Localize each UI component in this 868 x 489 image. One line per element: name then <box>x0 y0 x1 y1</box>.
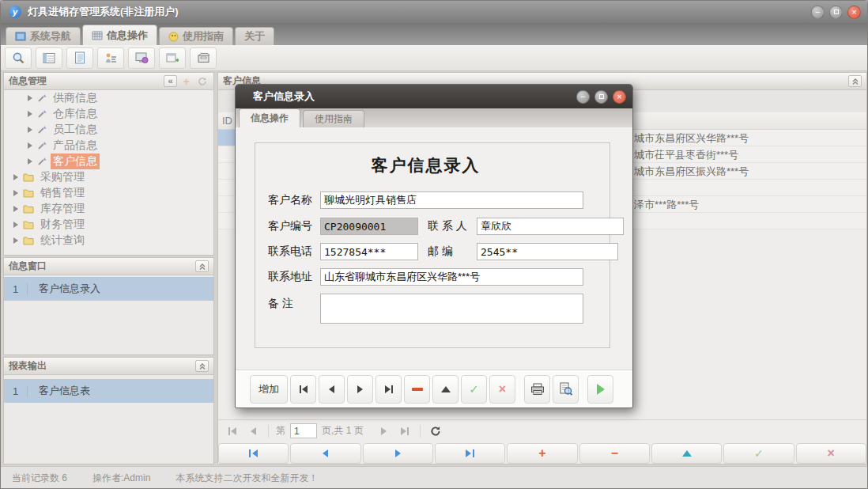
tree-item-warehouse-info[interactable]: 仓库信息 <box>4 106 213 122</box>
expander-icon[interactable] <box>13 190 18 196</box>
window-add-button[interactable] <box>159 47 186 69</box>
nav-next-button[interactable] <box>363 443 433 464</box>
add-panel-button[interactable]: + <box>179 75 193 87</box>
phone-field[interactable] <box>320 243 418 260</box>
employee-button[interactable] <box>97 47 124 69</box>
dialog-tab-user-guide[interactable]: 使用指南 <box>303 110 364 127</box>
data-table-button[interactable] <box>36 47 62 69</box>
tab-user-guide[interactable]: 使用指南 <box>159 27 233 45</box>
system-note-label: 本系统支持二次开发和全新开发！ <box>175 472 318 485</box>
dialog-minimize-button[interactable]: − <box>576 90 590 104</box>
tree-item-label: 财务管理 <box>38 217 87 233</box>
remark-field[interactable] <box>320 294 583 324</box>
tree-item-supplier-info[interactable]: 供商信息 <box>4 90 213 106</box>
folder-icon <box>23 204 34 214</box>
expander-icon[interactable] <box>13 222 18 228</box>
tree-item-employee-info[interactable]: 员工信息 <box>4 122 213 138</box>
prev-page-button[interactable] <box>245 423 261 439</box>
customer-name-field[interactable] <box>320 191 583 209</box>
first-record-button[interactable] <box>290 375 316 404</box>
print-preview-button[interactable] <box>553 375 579 404</box>
monitor-globe-icon <box>135 51 149 64</box>
dialog-title: 客户信息录入 <box>253 89 576 104</box>
nav-add-button[interactable]: + <box>507 443 577 464</box>
edit-record-button[interactable] <box>432 375 459 404</box>
tree-item-label: 供商信息 <box>51 90 100 106</box>
address-field[interactable] <box>320 268 583 286</box>
last-page-button[interactable] <box>397 423 413 439</box>
archive-button[interactable] <box>190 47 217 69</box>
tree-item-customer-info[interactable]: 客户信息 <box>4 154 213 169</box>
contact-person-field[interactable] <box>477 218 624 235</box>
tree-item-label: 员工信息 <box>51 122 100 138</box>
zip-field[interactable] <box>477 243 618 260</box>
monitor-button[interactable] <box>128 47 155 69</box>
folder-icon <box>23 236 34 245</box>
info-window-item-customer-entry[interactable]: 1 客户信息录入 <box>4 277 213 301</box>
grid-cell-address[interactable]: 城市茌平县枣香街***号 <box>634 148 768 162</box>
minimize-button[interactable]: − <box>811 6 825 19</box>
prev-record-button[interactable] <box>319 375 345 404</box>
add-record-button[interactable]: 增加 <box>250 375 288 404</box>
nav-delete-button[interactable]: − <box>579 443 650 464</box>
tree-item-purchase-mgmt[interactable]: 采购管理 <box>4 169 213 185</box>
tree-item-inventory-mgmt[interactable]: 库存管理 <box>4 201 213 217</box>
tab-about[interactable]: 关于 <box>235 27 274 45</box>
nav-cancel-button[interactable]: × <box>796 443 866 464</box>
maximize-button[interactable] <box>829 6 843 19</box>
expander-icon[interactable] <box>28 111 32 117</box>
form-heading: 客户信息录入 <box>268 154 583 177</box>
table-icon <box>43 52 55 64</box>
page-number-input[interactable] <box>290 423 317 438</box>
tab-system-nav[interactable]: 系统导航 <box>6 27 81 45</box>
delete-record-button[interactable] <box>404 375 430 404</box>
expander-icon[interactable] <box>28 127 32 133</box>
expander-icon[interactable] <box>28 158 32 165</box>
tree-item-finance-mgmt[interactable]: 财务管理 <box>4 217 213 233</box>
refresh-grid-button[interactable] <box>428 423 443 439</box>
check-icon: ✓ <box>469 382 479 396</box>
refresh-panel-button[interactable] <box>195 75 209 87</box>
tree-item-label: 销售管理 <box>38 185 87 201</box>
tree-item-statistics-query[interactable]: 统计查询 <box>4 233 213 248</box>
dialog-tab-info-operation[interactable]: 信息操作 <box>239 108 300 127</box>
nav-prev-button[interactable] <box>290 443 360 464</box>
expander-icon[interactable] <box>28 142 32 149</box>
execute-button[interactable] <box>587 375 613 404</box>
last-record-button[interactable] <box>376 375 402 404</box>
cancel-record-button[interactable]: × <box>489 375 515 404</box>
grid-cell-address[interactable]: 泽市***路***号 <box>634 198 768 212</box>
search-button[interactable] <box>5 47 32 69</box>
expander-icon[interactable] <box>28 95 32 101</box>
tree-item-sales-mgmt[interactable]: 销售管理 <box>4 185 213 201</box>
next-record-button[interactable] <box>347 375 373 404</box>
collapse-info-window-button[interactable] <box>195 260 209 272</box>
next-page-button[interactable] <box>376 423 392 439</box>
customer-entry-dialog: 客户信息录入 − × 信息操作 使用指南 客户信息录入 客户名称 客户编号 <box>235 84 633 408</box>
printer-icon <box>530 383 545 396</box>
tree-item-product-info[interactable]: 产品信息 <box>4 138 213 154</box>
collapse-sidebar-button[interactable]: « <box>164 75 177 87</box>
grid-cell-address[interactable]: 城市东昌府区兴华路***号 <box>634 131 768 146</box>
grid-cell-address[interactable]: 城市东昌府区振兴路***号 <box>634 165 768 179</box>
print-button[interactable] <box>524 375 550 404</box>
expander-icon[interactable] <box>13 237 18 244</box>
nav-first-button[interactable] <box>218 443 289 464</box>
document-button[interactable] <box>66 47 93 69</box>
nav-last-button[interactable] <box>435 443 505 464</box>
status-bar: 当前记录数 6 操作者:Admin 本系统支持二次开发和全新开发！ <box>1 466 868 489</box>
nav-post-button[interactable]: ✓ <box>723 443 794 464</box>
dialog-close-button[interactable]: × <box>613 90 626 104</box>
first-page-button[interactable] <box>225 423 240 439</box>
close-button[interactable]: × <box>847 6 861 19</box>
collapse-report-output-button[interactable] <box>195 360 209 372</box>
dialog-maximize-button[interactable] <box>594 90 608 104</box>
expander-icon[interactable] <box>13 174 18 180</box>
nav-edit-button[interactable] <box>651 443 722 464</box>
address-label: 联系地址 <box>268 270 320 284</box>
post-record-button[interactable]: ✓ <box>461 375 487 404</box>
collapse-customer-info-button[interactable] <box>848 75 862 87</box>
report-item-customer-table[interactable]: 1 客户信息表 <box>4 379 213 403</box>
expander-icon[interactable] <box>13 206 18 212</box>
tab-info-operation[interactable]: 信息操作 <box>82 25 157 45</box>
